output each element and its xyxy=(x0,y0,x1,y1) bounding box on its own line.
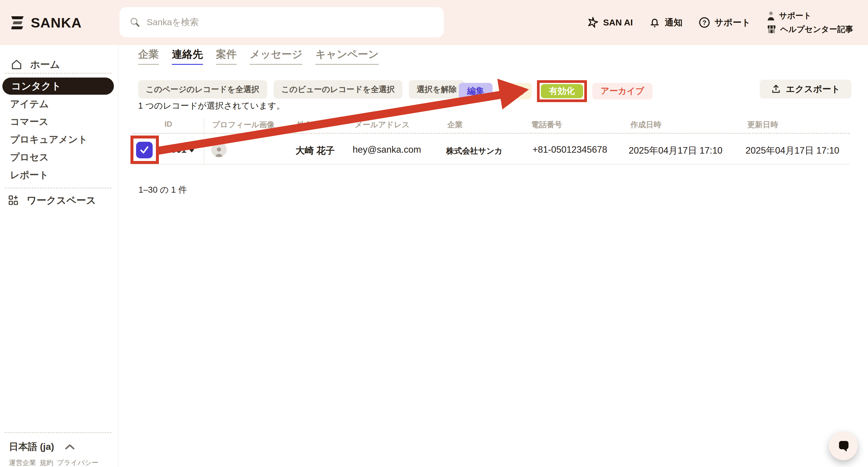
operating-company-link[interactable]: 運営企業 xyxy=(9,458,36,467)
brand-name: SANKA xyxy=(31,14,82,31)
select-all-page-button[interactable]: このページのレコードを全選択 xyxy=(138,80,267,98)
tab-deals[interactable]: 案件 xyxy=(216,47,237,65)
sidebar-item-label: レポート xyxy=(10,169,49,182)
cell-phone: +81-05012345678 xyxy=(532,144,607,155)
pagination-summary: 1–30 の 1 件 xyxy=(138,184,187,196)
support-label: サポート xyxy=(714,17,750,29)
row-top-divider xyxy=(132,133,850,134)
topbar-actions: SAN AI 通知 ? サポート xyxy=(587,0,853,45)
chat-bubble-icon xyxy=(837,439,850,453)
selection-toolbar: このページのレコードを全選択 このビューのレコードを全選択 選択を解除 xyxy=(138,80,464,98)
search-input[interactable] xyxy=(146,17,426,28)
clear-selection-button[interactable]: 選択を解除 xyxy=(409,80,464,98)
san-ai-button[interactable]: SAN AI xyxy=(587,16,633,29)
sidebar-divider xyxy=(5,73,112,74)
privacy-link[interactable]: プライバシー xyxy=(57,458,98,467)
sidebar-item-contacts-active[interactable]: コンタクト xyxy=(2,78,114,95)
sidebar-item-label: プロセス xyxy=(10,151,49,164)
terms-link[interactable]: 規約 xyxy=(40,458,53,467)
search-icon xyxy=(130,17,140,28)
san-ai-label: SAN AI xyxy=(603,18,633,28)
sidebar-item-process[interactable]: プロセス xyxy=(0,151,114,164)
bell-icon xyxy=(649,17,661,28)
topbar: SANKA SAN AI xyxy=(0,0,868,45)
app-logo[interactable]: SANKA xyxy=(9,0,82,45)
export-button[interactable]: エクスポート xyxy=(760,80,851,98)
header-company: 企業 xyxy=(447,120,463,130)
sidebar-item-label: アイテム xyxy=(10,98,49,111)
sidebar-divider xyxy=(5,187,112,188)
tab-campaigns[interactable]: キャンペーン xyxy=(315,47,379,65)
sanka-logo-icon xyxy=(9,14,26,31)
question-circle-icon: ? xyxy=(699,17,710,28)
sidebar-divider xyxy=(5,432,112,433)
help-center-label: ヘルプセンター記事 xyxy=(780,24,853,35)
header-phone: 電話番号 xyxy=(531,120,562,130)
header-created: 作成日時 xyxy=(630,120,661,130)
duplicate-button[interactable]: 複製 xyxy=(498,83,532,99)
notifications-label: 通知 xyxy=(665,17,683,29)
tab-messages[interactable]: メッセージ xyxy=(250,47,302,65)
selection-message: 1 つのレコードが選択されています。 xyxy=(138,100,285,112)
support-button[interactable]: ? サポート xyxy=(699,17,750,29)
sidebar-item-reports[interactable]: レポート xyxy=(0,169,114,182)
user-menu: サポート ヘルプセンター記事 xyxy=(767,10,853,35)
tab-companies[interactable]: 企業 xyxy=(138,47,159,65)
user-support-link[interactable]: サポート xyxy=(767,10,853,21)
activate-button[interactable]: 有効化 xyxy=(541,84,583,98)
archive-button[interactable]: アーカイブ xyxy=(592,83,653,99)
sidebar-item-items[interactable]: アイテム xyxy=(0,98,114,111)
cell-updated: 2025年04月17日 17:10 xyxy=(746,144,839,157)
tab-contacts[interactable]: 連絡先 xyxy=(172,47,203,65)
edit-button[interactable]: 編集 xyxy=(459,83,493,99)
header-name: 姓名 xyxy=(297,120,312,130)
sidebar-item-label: コンタクト xyxy=(11,80,61,93)
sidebar: ホーム コンタクト アイテム コマース プロキュアメント プロセス レポート ワ… xyxy=(0,45,118,467)
header-email: メールアドレス xyxy=(355,120,410,130)
help-center-link[interactable]: ヘルプセンター記事 xyxy=(767,24,853,35)
home-icon xyxy=(11,59,23,70)
workspace-grid-icon xyxy=(8,195,20,206)
header-updated: 更新日時 xyxy=(747,120,778,130)
select-all-view-button[interactable]: このビューのレコードを全選択 xyxy=(274,80,403,98)
export-label: エクスポート xyxy=(786,83,840,95)
cell-id[interactable]: 0001 xyxy=(166,144,186,155)
chat-launcher-button[interactable] xyxy=(829,432,858,460)
sidebar-item-commerce[interactable]: コマース xyxy=(0,115,114,128)
row-bottom-divider xyxy=(132,164,850,165)
user-support-label: サポート xyxy=(779,10,811,21)
annotation-box-activate: 有効化 xyxy=(537,80,587,102)
annotation-box-checkbox xyxy=(130,136,159,164)
sidebar-item-label: コマース xyxy=(10,115,49,128)
sidebar-item-home[interactable]: ホーム xyxy=(0,56,114,73)
svg-text:?: ? xyxy=(702,19,706,26)
sidebar-item-label: プロキュアメント xyxy=(10,133,88,146)
cell-email[interactable]: hey@sanka.com xyxy=(353,144,421,155)
header-id: ID xyxy=(164,120,172,129)
sidebar-footer-links: 運営企業 規約 プライバシー xyxy=(0,458,114,467)
caret-down-icon[interactable] xyxy=(188,148,195,153)
sidebar-item-procurement[interactable]: プロキュアメント xyxy=(0,133,114,146)
storefront-icon xyxy=(767,24,777,34)
sidebar-item-label: ホーム xyxy=(30,58,60,71)
cell-company[interactable]: 株式会社サンカ xyxy=(446,146,503,156)
sparkle-icon xyxy=(587,16,599,29)
bulk-action-chips: 編集 複製 有効化 アーカイブ xyxy=(459,80,653,102)
record-type-tabs: 企業 連絡先 案件 メッセージ キャンペーン xyxy=(138,47,379,65)
sidebar-item-workspace[interactable]: ワークスペース xyxy=(0,193,114,208)
avatar xyxy=(211,142,227,157)
language-selector[interactable]: 日本語 (ja) xyxy=(0,440,114,454)
notifications-button[interactable]: 通知 xyxy=(649,17,683,29)
column-divider xyxy=(204,118,205,164)
export-icon xyxy=(771,84,781,94)
language-label: 日本語 (ja) xyxy=(9,440,54,454)
annotation-arrow xyxy=(0,0,868,467)
sidebar-item-label: ワークスペース xyxy=(27,194,96,207)
cell-name[interactable]: 大崎 花子 xyxy=(296,144,335,157)
person-icon xyxy=(767,11,775,21)
global-search[interactable] xyxy=(120,7,444,37)
cell-created: 2025年04月17日 17:10 xyxy=(629,144,722,157)
chevron-up-icon xyxy=(65,444,75,450)
header-profile: プロフィール画像 xyxy=(212,120,275,130)
